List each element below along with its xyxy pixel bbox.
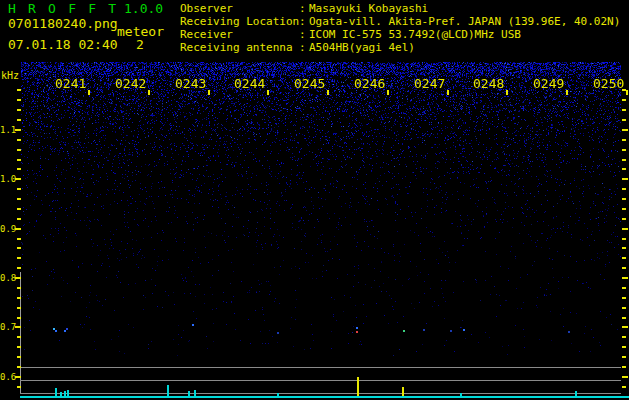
time-tick	[208, 90, 210, 95]
freq-major-tick	[15, 129, 21, 131]
freq-minor-tick-right	[622, 159, 626, 161]
freq-minor-tick-right	[622, 386, 626, 388]
info-separator: :	[299, 29, 309, 41]
info-row-receiver: Receiver : ICOM IC-575 53.7492(@LCD)MHz …	[180, 29, 521, 41]
freq-tick-label: 0.9	[0, 224, 14, 234]
freq-minor-tick	[17, 346, 21, 348]
freq-minor-tick-right	[622, 218, 626, 220]
freq-major-tick	[15, 376, 21, 378]
freq-minor-tick-right	[622, 238, 626, 240]
freq-minor-tick-right	[622, 317, 626, 319]
freq-minor-tick	[17, 386, 21, 388]
freq-minor-tick	[17, 119, 21, 121]
freq-minor-tick-right	[622, 267, 626, 269]
freq-minor-tick	[17, 366, 21, 368]
freq-major-tick-right	[622, 228, 628, 230]
freq-minor-tick	[17, 188, 21, 190]
info-separator: :	[299, 16, 309, 28]
freq-minor-tick-right	[622, 168, 626, 170]
signal-spike	[575, 391, 577, 396]
freq-tick-label: 1.0	[0, 174, 14, 184]
time-tick	[447, 90, 449, 95]
freq-minor-tick-right	[622, 119, 626, 121]
freq-minor-tick-right	[622, 257, 626, 259]
freq-tick-label: 0.6	[0, 372, 14, 382]
info-label: Observer	[180, 3, 299, 15]
info-value: Masayuki Kobayashi	[309, 3, 428, 15]
freq-minor-tick-right	[622, 336, 626, 338]
time-tick-label: 0249	[533, 77, 564, 90]
freq-minor-tick	[17, 159, 21, 161]
signal-spike	[64, 391, 66, 396]
signal-spike	[460, 393, 462, 396]
meteor-echo-marker	[423, 329, 425, 331]
meteor-echo-marker	[64, 330, 66, 332]
info-row-location: Receiving Location : Ogata-vill. Akita-P…	[180, 16, 620, 28]
info-label: Receiver	[180, 29, 299, 41]
info-value: A504HB(yagi 4el)	[309, 42, 415, 54]
signal-spike	[67, 390, 69, 396]
meteor-echo-marker	[463, 329, 465, 331]
info-separator: :	[299, 42, 309, 54]
signal-level-gridline	[20, 380, 621, 381]
freq-minor-tick	[17, 109, 21, 111]
freq-minor-tick	[17, 317, 21, 319]
freq-minor-tick-right	[622, 307, 626, 309]
freq-minor-tick	[17, 267, 21, 269]
meteor-signal-spike	[357, 377, 359, 396]
app-version: 1.0.0	[124, 2, 163, 15]
meteor-echo-marker	[277, 332, 279, 334]
time-tick-label: 0244	[234, 77, 265, 90]
freq-minor-tick-right	[622, 109, 626, 111]
meteor-echo-marker	[192, 324, 194, 326]
freq-major-tick	[15, 277, 21, 279]
freq-minor-tick-right	[622, 149, 626, 151]
signal-level-baseline	[20, 396, 629, 398]
time-tick	[506, 90, 508, 95]
signal-spike	[167, 385, 169, 396]
freq-minor-tick	[17, 238, 21, 240]
meteor-echo-marker	[403, 330, 405, 332]
time-tick	[566, 90, 568, 95]
signal-spike	[188, 391, 190, 396]
freq-major-tick-right	[622, 129, 628, 131]
freq-major-tick-right	[622, 178, 628, 180]
axis-frame-line	[20, 272, 21, 393]
info-separator: :	[299, 3, 309, 15]
freq-minor-tick	[17, 218, 21, 220]
freq-minor-tick	[17, 307, 21, 309]
freq-minor-tick	[17, 336, 21, 338]
freq-minor-tick-right	[622, 139, 626, 141]
freq-minor-tick	[17, 356, 21, 358]
freq-minor-tick	[17, 198, 21, 200]
freq-tick-label: 0.7	[0, 322, 14, 332]
signal-level-gridline	[20, 393, 621, 394]
info-label: Receiving antenna	[180, 42, 299, 54]
signal-spike	[60, 392, 62, 396]
freq-minor-tick	[17, 247, 21, 249]
freq-major-tick	[15, 178, 21, 180]
freq-tick-label: 1.1	[0, 125, 14, 135]
time-tick	[267, 90, 269, 95]
info-row-antenna: Receiving antenna : A504HB(yagi 4el)	[180, 42, 415, 54]
meteor-signal-spike	[402, 387, 404, 396]
freq-minor-tick	[17, 139, 21, 141]
freq-minor-tick	[17, 99, 21, 101]
signal-spike	[55, 388, 57, 396]
meteor-echo-marker	[55, 330, 57, 332]
freq-major-tick	[15, 326, 21, 328]
meteor-echo-marker	[568, 331, 570, 333]
info-value: Ogata-vill. Akita-Pref. JAPAN (139.96E, …	[309, 16, 620, 28]
observation-datetime: 07.01.18 02:40	[8, 38, 118, 51]
info-value: ICOM IC-575 53.7492(@LCD)MHz USB	[309, 29, 521, 41]
freq-minor-tick	[17, 297, 21, 299]
app-title: H R O F F T	[8, 2, 118, 15]
time-tick-label: 0245	[294, 77, 325, 90]
freq-minor-tick-right	[622, 366, 626, 368]
time-tick	[148, 90, 150, 95]
time-tick-label: 0243	[175, 77, 206, 90]
freq-minor-tick	[17, 257, 21, 259]
spectrogram-noise-canvas	[21, 62, 621, 356]
time-tick	[626, 90, 628, 95]
info-row-observer: Observer : Masayuki Kobayashi	[180, 3, 428, 15]
